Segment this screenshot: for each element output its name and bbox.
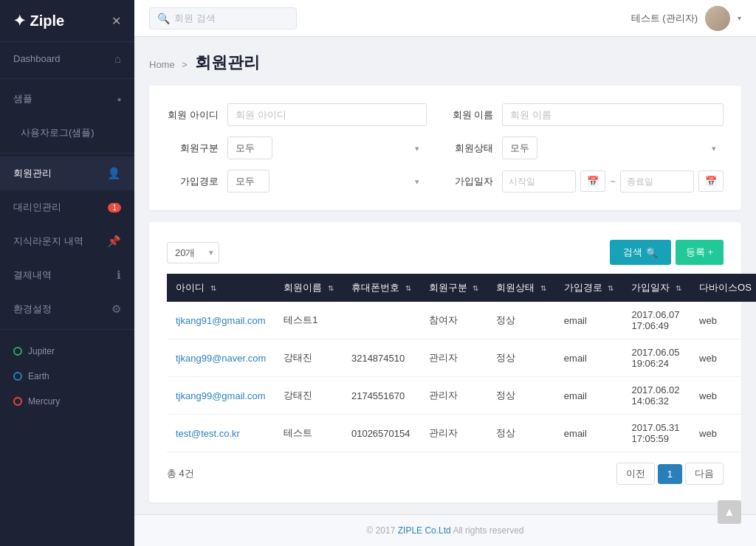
topbar: 🔍 테스트 (관리자) ▾ <box>134 0 756 37</box>
jupiter-label: Jupiter <box>28 346 55 356</box>
page-button-1[interactable]: 1 <box>658 464 682 484</box>
cell-device: web <box>690 377 756 415</box>
cell-join-path: email <box>555 302 623 339</box>
sidebar-item-settings[interactable]: 환경설정 ⚙ <box>0 292 134 326</box>
mercury-dot <box>13 397 22 406</box>
per-page-select[interactable]: 20개 50개 100개 <box>167 242 219 263</box>
filter-type-label: 회원구분 <box>167 142 219 155</box>
member-id-link[interactable]: test@test.co.kr <box>176 428 240 439</box>
cell-join-date: 2017.06.02 14:06:32 <box>622 377 690 415</box>
filter-join-path-select[interactable]: 모두 email kakao <box>227 170 269 193</box>
search-icon: 🔍 <box>157 13 170 24</box>
sample-icon: ▪ <box>117 93 121 106</box>
sort-icon-name[interactable]: ⇅ <box>328 284 334 292</box>
member-id-link[interactable]: tjkang99@naver.com <box>176 353 266 364</box>
sidebar-item-sample[interactable]: 샘플 ▪ <box>0 82 134 116</box>
cell-phone: 3214874510 <box>343 339 420 377</box>
sidebar-item-member-mgmt[interactable]: 회원관리 👤 <box>0 156 134 190</box>
cell-id: tjkang91@gmail.com <box>167 302 275 339</box>
search-button[interactable]: 검색 🔍 <box>610 240 671 265</box>
sort-icon-join-date[interactable]: ⇅ <box>676 284 681 292</box>
filter-join-path-wrap: 모두 email kakao <box>227 170 427 193</box>
prev-page-button[interactable]: 이전 <box>616 463 655 485</box>
cell-device: web <box>690 415 756 452</box>
sidebar-item-label: 사용자로그(샘플) <box>21 126 121 139</box>
filter-card: 회원 아이디 회원 이름 회원구분 모두 참여자 관리자 <box>149 86 741 210</box>
calendar-start-button[interactable]: 📅 <box>580 170 605 192</box>
sidebar-item-mercury[interactable]: Mercury <box>0 389 134 414</box>
content-area: Home > 회원관리 회원 아이디 회원 이름 회원구분 <box>134 37 756 514</box>
mercury-label: Mercury <box>28 396 60 407</box>
filter-id-input[interactable] <box>227 103 427 126</box>
sort-icon-status[interactable]: ⇅ <box>540 284 546 292</box>
sort-icon-phone[interactable]: ⇅ <box>405 284 411 292</box>
filter-row-id: 회원 아이디 <box>167 103 427 126</box>
col-header-id: 아이디 ⇅ <box>167 274 275 302</box>
sidebar-item-knowledge[interactable]: 지식라운지 내역 📌 <box>0 224 134 258</box>
filter-join-path-label: 가입경로 <box>167 175 219 188</box>
member-id-link[interactable]: tjkang99@gmail.com <box>176 390 266 401</box>
sidebar-item-agent-mgmt[interactable]: 대리인관리 1 <box>0 190 134 224</box>
sidebar-item-label: 회원관리 <box>13 167 107 180</box>
search-btn-label: 검색 <box>623 246 642 259</box>
next-page-button[interactable]: 다음 <box>685 463 724 485</box>
filter-row-join-path: 가입경로 모두 email kakao <box>167 170 427 193</box>
topbar-right: 테스트 (관리자) ▾ <box>631 6 741 31</box>
jupiter-dot <box>13 347 22 356</box>
table-row: tjkang99@gmail.com 강태진 2174551670 관리자 정상… <box>167 377 756 415</box>
filter-name-label: 회원 이름 <box>441 108 493 122</box>
calendar-end-button[interactable]: 📅 <box>698 170 724 192</box>
filter-type-select[interactable]: 모두 참여자 관리자 <box>227 136 272 159</box>
col-header-device: 다바이스OS ⇅ <box>690 274 756 302</box>
breadcrumb: Home > 회원관리 <box>149 52 741 74</box>
footer-brand: ZIPLE Co.Ltd <box>398 525 451 536</box>
sidebar-item-earth[interactable]: Earth <box>0 364 134 389</box>
cell-type: 참여자 <box>420 302 488 339</box>
member-id-link[interactable]: tjkang91@gmail.com <box>176 315 266 326</box>
filter-status-select[interactable]: 모두 정상 정지 <box>502 136 537 159</box>
sort-icon-id[interactable]: ⇅ <box>210 284 216 292</box>
filter-row-join-date: 가입일자 📅 ~ 📅 <box>441 170 724 193</box>
home-icon: ⌂ <box>114 52 121 65</box>
filter-type-wrap: 모두 참여자 관리자 <box>227 136 427 159</box>
sidebar-item-dashboard[interactable]: Dashboard ⌂ <box>0 42 134 75</box>
table-card: 20개 50개 100개 검색 🔍 등록 + 아이디 <box>149 222 741 502</box>
total-count: 총 4건 <box>167 467 194 480</box>
col-header-status: 회원상태 ⇅ <box>487 274 555 302</box>
date-start-input[interactable] <box>502 170 576 193</box>
sidebar-item-user-log[interactable]: 사용자로그(샘플) <box>0 116 134 150</box>
server-group: Jupiter Earth Mercury <box>0 333 134 420</box>
search-btn-icon: 🔍 <box>646 247 658 258</box>
sidebar-item-jupiter[interactable]: Jupiter <box>0 339 134 364</box>
cell-name: 강태진 <box>275 339 343 377</box>
nav-divider-1 <box>0 78 134 79</box>
register-button[interactable]: 등록 + <box>676 240 724 265</box>
cell-type: 관리자 <box>420 377 488 415</box>
cell-join-date: 2017.06.05 19:06:24 <box>622 339 690 377</box>
avatar-image <box>705 6 730 31</box>
sort-icon-type[interactable]: ⇅ <box>472 284 478 292</box>
filter-name-input[interactable] <box>502 103 724 126</box>
sidebar-navigation: Dashboard ⌂ 샘플 ▪ 사용자로그(샘플) 회원관리 👤 대리인관리 … <box>0 42 134 546</box>
cell-name: 강태진 <box>275 377 343 415</box>
scroll-top-button[interactable]: ▲ <box>718 500 741 524</box>
close-icon[interactable]: ✕ <box>111 14 121 28</box>
cell-status: 정상 <box>487 302 555 339</box>
cell-device: web <box>690 302 756 339</box>
main-area: 🔍 테스트 (관리자) ▾ Home > 회원관리 회원 아이디 <box>134 0 756 546</box>
filter-grid: 회원 아이디 회원 이름 회원구분 모두 참여자 관리자 <box>167 103 724 193</box>
date-end-input[interactable] <box>620 170 694 193</box>
nav-divider-3 <box>0 329 134 330</box>
date-tilde: ~ <box>610 176 616 187</box>
search-box[interactable]: 🔍 <box>149 7 297 30</box>
sidebar-item-payment[interactable]: 결제내역 ℹ <box>0 258 134 292</box>
filter-row-status: 회원상태 모두 정상 정지 <box>441 136 724 159</box>
date-row: 📅 ~ 📅 <box>502 170 724 193</box>
table-actions: 검색 🔍 등록 + <box>610 240 724 265</box>
avatar[interactable] <box>705 6 730 31</box>
sort-icon-join-path[interactable]: ⇅ <box>608 284 614 292</box>
chevron-down-icon[interactable]: ▾ <box>738 14 741 22</box>
search-input[interactable] <box>174 13 278 24</box>
earth-label: Earth <box>28 371 49 381</box>
app-logo: ✦ Ziple <box>13 12 64 30</box>
